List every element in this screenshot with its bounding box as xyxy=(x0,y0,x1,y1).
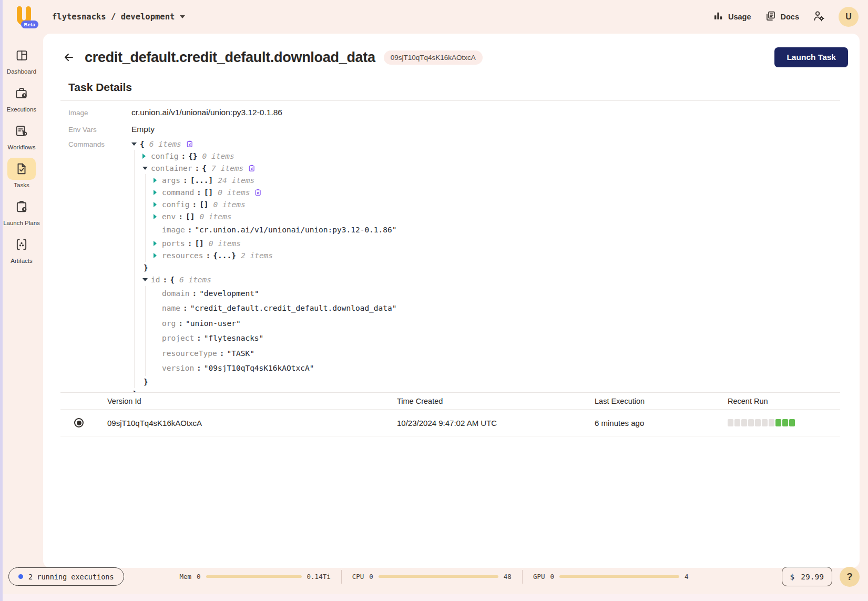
json-items-count: 0 items xyxy=(218,188,250,197)
run-status-idle[interactable] xyxy=(755,419,761,426)
json-tree-row: command:[]0 items xyxy=(154,186,840,198)
sidebar-item-label: Workflows xyxy=(8,144,36,151)
run-status-success[interactable] xyxy=(782,419,788,426)
toggle-collapsed-icon[interactable] xyxy=(154,253,162,258)
toggle-collapsed-icon[interactable] xyxy=(154,241,162,246)
toggle-expanded-icon[interactable] xyxy=(142,278,151,281)
json-tree-row: version:"09sjT10qTq4sK16kAOtxcA" xyxy=(154,361,840,376)
toggle-expanded-icon[interactable] xyxy=(131,142,140,146)
json-value: "09sjT10qTq4sK16kAOtxcA" xyxy=(204,364,314,372)
sidebar-item-tasks[interactable]: Tasks xyxy=(2,158,42,189)
cost-button[interactable]: $ 29.99 xyxy=(782,567,832,586)
run-status-idle[interactable] xyxy=(728,419,733,426)
sidebar-item-launch-plans[interactable]: Launch Plans xyxy=(2,196,42,227)
json-key: image xyxy=(162,226,185,234)
json-scope: config:{}0 itemscontainer:{7 itemsargs:[… xyxy=(134,150,840,388)
back-button[interactable] xyxy=(62,50,76,65)
tasks-icon xyxy=(7,158,36,180)
task-details-heading: Task Details xyxy=(68,81,860,94)
breadcrumb: flytesnacks / development xyxy=(52,12,175,22)
json-key: version xyxy=(162,364,194,372)
json-punct: { xyxy=(202,164,207,172)
column-header-time-created: Time Created xyxy=(397,397,595,405)
run-status-success[interactable] xyxy=(789,419,795,426)
version-chip: 09sjT10qTq4sK16kAOtxcA xyxy=(384,50,483,65)
json-close-row: } xyxy=(131,388,840,393)
sidebar-item-label: Executions xyxy=(7,106,36,113)
env-vars-value: Empty xyxy=(131,125,840,134)
union-logo[interactable]: Beta xyxy=(13,6,34,28)
status-bar: 2 running executions Mem00.14TiCPU048GPU… xyxy=(0,559,868,594)
version-radio-selected[interactable] xyxy=(74,418,84,427)
running-executions-pill[interactable]: 2 running executions xyxy=(8,567,124,586)
time-created-cell: 10/23/2024 9:47:02 AM UTC xyxy=(397,419,595,427)
toggle-collapsed-icon[interactable] xyxy=(142,154,151,159)
meter-bar xyxy=(206,575,302,578)
dashboard-icon xyxy=(7,44,36,66)
user-settings-button[interactable] xyxy=(813,10,825,24)
recent-run-bars xyxy=(728,419,840,426)
docs-label: Docs xyxy=(781,13,799,21)
window-edge-strip xyxy=(0,0,3,601)
toggle-collapsed-icon[interactable] xyxy=(154,214,162,219)
sidebar: DashboardExecutionsWorkflowsTasksLaunch … xyxy=(0,34,43,568)
copy-icon[interactable] xyxy=(254,189,262,196)
user-gear-icon xyxy=(813,10,825,24)
toggle-collapsed-icon[interactable] xyxy=(154,190,162,195)
json-scope: domain:"development"name:"credit_default… xyxy=(145,286,840,376)
toggle-collapsed-icon[interactable] xyxy=(154,178,162,183)
column-header-version-id: Version Id xyxy=(107,397,397,405)
json-tree-row: config:{}0 items xyxy=(142,150,840,162)
json-tree-row: env:[]0 items xyxy=(154,210,840,222)
avatar[interactable]: U xyxy=(839,7,859,27)
sidebar-item-executions[interactable]: Executions xyxy=(2,82,42,113)
copy-icon[interactable] xyxy=(186,140,193,148)
meter-separator xyxy=(341,570,342,584)
meter-max: 0.14Ti xyxy=(307,573,331,580)
run-status-idle[interactable] xyxy=(769,419,774,426)
usage-link[interactable]: Usage xyxy=(713,11,751,23)
json-items-count: 0 items xyxy=(209,239,241,248)
run-status-idle[interactable] xyxy=(748,419,754,426)
json-punct: { xyxy=(140,140,145,148)
json-scope: args:[...]24 itemscommand:[]0 itemsconfi… xyxy=(145,174,840,262)
json-close-row: } xyxy=(142,376,840,388)
json-items-count: 7 items xyxy=(211,164,243,172)
meter-min: 0 xyxy=(369,573,373,580)
json-tree-row: resourceType:"TASK" xyxy=(154,346,840,361)
json-value: "development" xyxy=(199,289,259,298)
run-status-idle[interactable] xyxy=(741,419,747,426)
meter-mem: Mem00.14Ti xyxy=(179,573,330,580)
commands-json-viewer: {6 itemsconfig:{}0 itemscontainer:{7 ite… xyxy=(131,138,840,392)
run-status-idle[interactable] xyxy=(734,419,740,426)
run-status-idle[interactable] xyxy=(762,419,768,426)
copy-icon[interactable] xyxy=(248,165,256,172)
json-key: args xyxy=(162,176,180,185)
project-domain-selector[interactable]: flytesnacks / development xyxy=(52,12,185,22)
json-tree-row: project:"flytesnacks" xyxy=(154,331,840,346)
json-key: ports xyxy=(162,239,185,248)
toggle-collapsed-icon[interactable] xyxy=(154,202,162,207)
sidebar-item-artifacts[interactable]: Artifacts xyxy=(2,233,42,264)
json-key: org xyxy=(162,319,176,328)
main-panel: credit_default.credit_default.download_d… xyxy=(43,34,860,568)
json-key: container xyxy=(151,164,192,172)
sidebar-item-workflows[interactable]: Workflows xyxy=(2,120,42,151)
running-dot-icon xyxy=(18,574,23,579)
usage-icon xyxy=(713,11,723,23)
json-value: "flytesnacks" xyxy=(204,334,264,342)
help-button[interactable]: ? xyxy=(840,567,860,587)
json-punct: [] xyxy=(195,239,203,248)
launch-task-button[interactable]: Launch Task xyxy=(774,47,848,67)
currency-symbol: $ xyxy=(790,573,795,581)
page-title: credit_default.credit_default.download_d… xyxy=(85,49,375,66)
run-status-success[interactable] xyxy=(775,419,781,426)
sidebar-item-dashboard[interactable]: Dashboard xyxy=(2,44,42,75)
json-value: "union-user" xyxy=(186,319,241,328)
toggle-expanded-icon[interactable] xyxy=(142,167,151,170)
docs-link[interactable]: Docs xyxy=(765,11,799,24)
json-tree-row: id:{6 items xyxy=(142,274,840,286)
usage-label: Usage xyxy=(728,13,751,21)
table-row[interactable]: 09sjT10qTq4sK16kAOtxcA10/23/2024 9:47:02… xyxy=(60,410,840,436)
json-tree-row: resources:{...}2 items xyxy=(154,250,840,262)
